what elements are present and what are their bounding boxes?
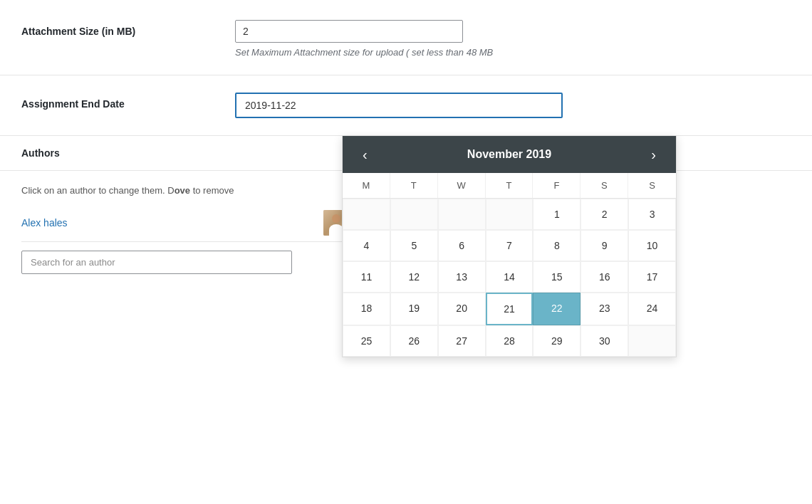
calendar-next-button[interactable]: › (645, 147, 662, 162)
day-cell[interactable]: 21 (486, 293, 533, 325)
day-cell[interactable]: 17 (628, 261, 676, 293)
end-date-field-row: Assignment End Date (21, 93, 791, 118)
day-cell[interactable]: 20 (438, 293, 486, 325)
search-author-input[interactable] (21, 251, 292, 274)
end-date-label: Assignment End Date (21, 93, 221, 110)
page-container: Attachment Size (in MB) Set Maximum Atta… (0, 0, 812, 504)
day-cell[interactable]: 9 (581, 230, 628, 261)
day-cell[interactable]: 14 (486, 261, 533, 293)
day-cell[interactable]: 1 (533, 199, 581, 230)
day-cell[interactable]: 30 (581, 325, 628, 357)
end-date-input-wrap (235, 93, 791, 118)
author-name[interactable]: Alex hales (21, 217, 68, 229)
author-item: Alex hales (21, 210, 349, 242)
end-date-section: Assignment End Date ‹ November 2019 › MT… (0, 75, 812, 118)
attachment-hint: Set Maximum Attachment size for upload (… (235, 47, 791, 58)
attachment-section: Attachment Size (in MB) Set Maximum Atta… (0, 0, 812, 75)
attachment-field-row: Attachment Size (in MB) Set Maximum Atta… (21, 20, 791, 58)
day-cell[interactable]: 18 (343, 293, 390, 325)
day-cell (438, 199, 486, 230)
calendar-weekdays: MTWTFSS (343, 173, 676, 199)
weekday-cell: W (438, 173, 486, 198)
day-cell[interactable]: 16 (581, 261, 628, 293)
weekday-cell: F (533, 173, 581, 198)
weekday-cell: S (628, 173, 676, 198)
day-cell[interactable]: 8 (533, 230, 581, 261)
day-cell[interactable]: 19 (390, 293, 438, 325)
day-cell[interactable]: 28 (486, 325, 533, 357)
day-cell[interactable]: 15 (533, 261, 581, 293)
day-cell[interactable]: 23 (581, 293, 628, 325)
day-cell[interactable]: 4 (343, 230, 390, 261)
instructions-text-end: to remove (190, 185, 234, 196)
attachment-label: Attachment Size (in MB) (21, 20, 221, 37)
day-cell[interactable]: 24 (628, 293, 676, 325)
day-cell[interactable]: 25 (343, 325, 390, 357)
calendar-header: ‹ November 2019 › (343, 136, 676, 173)
weekday-cell: S (581, 173, 628, 198)
attachment-size-input[interactable] (235, 20, 463, 43)
day-cell[interactable]: 11 (343, 261, 390, 293)
day-cell (486, 199, 533, 230)
day-cell[interactable]: 27 (438, 325, 486, 357)
day-cell[interactable]: 12 (390, 261, 438, 293)
day-cell[interactable]: 6 (438, 230, 486, 261)
calendar-grid: MTWTFSS 12345678910111213141516171819202… (343, 173, 676, 357)
day-cell[interactable]: 2 (581, 199, 628, 230)
day-cell[interactable]: 22 (533, 293, 581, 325)
weekday-cell: T (390, 173, 438, 198)
instructions-text-start: Click on an author to change them. D (21, 185, 175, 196)
day-cell (390, 199, 438, 230)
day-cell[interactable]: 26 (390, 325, 438, 357)
day-cell[interactable]: 10 (628, 230, 676, 261)
day-cell[interactable]: 7 (486, 230, 533, 261)
calendar-prev-button[interactable]: ‹ (357, 147, 373, 162)
day-cell (343, 199, 390, 230)
day-cell[interactable]: 13 (438, 261, 486, 293)
calendar-title: November 2019 (467, 148, 551, 161)
day-cell (628, 325, 676, 357)
day-cell[interactable]: 29 (533, 325, 581, 357)
calendar-days: 1234567891011121314151617181920212223242… (343, 199, 676, 357)
instructions-text-strong: ove (175, 185, 190, 196)
end-date-input[interactable] (235, 93, 563, 118)
day-cell[interactable]: 5 (390, 230, 438, 261)
weekday-cell: M (343, 173, 390, 198)
calendar-popup: ‹ November 2019 › MTWTFSS 12345678910111… (342, 135, 677, 357)
day-cell[interactable]: 3 (628, 199, 676, 230)
attachment-input-wrap: Set Maximum Attachment size for upload (… (235, 20, 791, 58)
weekday-cell: T (486, 173, 533, 198)
